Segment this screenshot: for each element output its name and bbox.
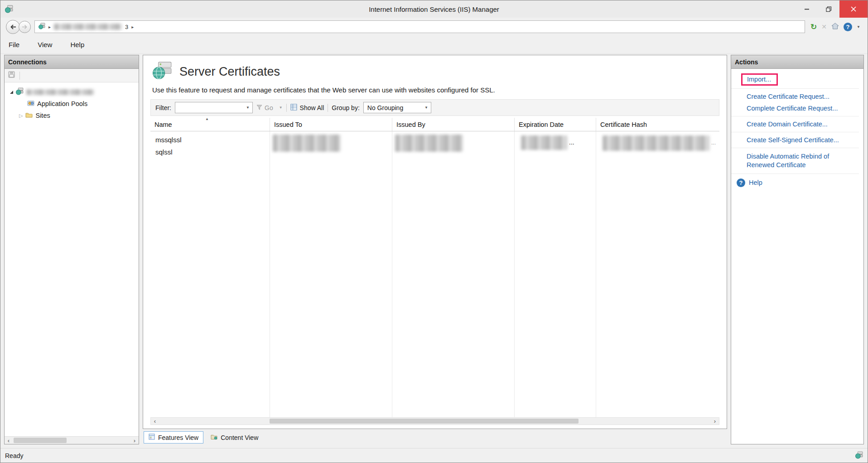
scrollbar-track[interactable] bbox=[159, 418, 711, 424]
column-expiration-date: ... bbox=[515, 131, 596, 417]
iis-app-icon bbox=[5, 5, 13, 13]
server-certificates-icon bbox=[152, 62, 172, 82]
minimize-button[interactable] bbox=[796, 0, 818, 18]
actions-separator bbox=[731, 148, 859, 148]
address-bar: ▸ 3 ▸ ↻ ✕ ? ▼ bbox=[0, 18, 868, 36]
status-text: Ready bbox=[5, 452, 23, 459]
menu-bar: File View Help bbox=[0, 36, 868, 54]
redacted-server-name bbox=[54, 24, 122, 30]
column-header-certificate-hash[interactable]: Certificate Hash bbox=[596, 118, 719, 131]
tree-item-label: Sites bbox=[35, 112, 50, 119]
show-all-icon bbox=[290, 104, 297, 112]
feature-header: Server Certificates bbox=[143, 55, 727, 83]
action-create-certificate-request-link[interactable]: Create Certificate Request... bbox=[731, 91, 863, 102]
column-header-issued-by[interactable]: Issued By bbox=[392, 118, 515, 131]
tab-content-view[interactable]: Content View bbox=[206, 431, 263, 444]
redacted-certificate-hash bbox=[603, 135, 709, 151]
help-icon[interactable]: ? bbox=[844, 23, 852, 31]
toolbar-separator bbox=[19, 72, 20, 80]
save-connection-icon[interactable] bbox=[8, 71, 15, 80]
expanded-triangle-icon[interactable] bbox=[10, 91, 13, 94]
filter-funnel-icon bbox=[256, 104, 262, 111]
column-issued-by bbox=[392, 131, 515, 417]
home-icon[interactable] bbox=[831, 23, 839, 31]
scrollbar-track[interactable] bbox=[13, 437, 130, 444]
column-header-name[interactable]: Name ▲ bbox=[150, 118, 270, 131]
scroll-right-arrow[interactable]: › bbox=[711, 417, 719, 425]
combo-caret-icon: ▼ bbox=[424, 106, 428, 110]
redacted-issued-by bbox=[395, 135, 463, 152]
breadcrumb[interactable]: ▸ 3 ▸ bbox=[34, 20, 805, 33]
column-header-issued-to[interactable]: Issued To bbox=[270, 118, 392, 131]
action-help-link[interactable]: Help bbox=[749, 179, 762, 186]
action-complete-certificate-request-link[interactable]: Complete Certificate Request... bbox=[731, 102, 863, 114]
actions-list: Import... Create Certificate Request... … bbox=[731, 69, 863, 444]
breadcrumb-suffix: 3 bbox=[125, 24, 128, 30]
help-icon: ? bbox=[737, 178, 745, 187]
truncation-ellipsis: ... bbox=[711, 140, 716, 146]
column-label: Issued By bbox=[396, 121, 425, 128]
window-controls bbox=[796, 0, 868, 18]
table-row-sqlssl[interactable]: sqlssl bbox=[150, 146, 270, 158]
scrollbar-thumb[interactable] bbox=[270, 419, 579, 424]
group-by-select[interactable]: No Grouping ▼ bbox=[363, 102, 431, 113]
group-by-value: No Grouping bbox=[367, 104, 403, 111]
sort-ascending-icon: ▲ bbox=[205, 117, 209, 121]
column-label: Certificate Hash bbox=[600, 121, 647, 128]
column-header-expiration-date[interactable]: Expiration Date bbox=[515, 118, 596, 131]
import-annotation-highlight: Import... bbox=[741, 73, 778, 86]
features-view-icon bbox=[149, 434, 155, 441]
filter-input[interactable]: ▼ bbox=[175, 102, 253, 113]
show-all-label: Show All bbox=[300, 104, 324, 111]
filter-toolbar: Filter: ▼ Go ▼ bbox=[150, 99, 719, 116]
actions-separator bbox=[731, 88, 859, 89]
scrollbar-thumb[interactable] bbox=[14, 438, 67, 443]
tree-item-application-pools[interactable]: Application Pools bbox=[6, 98, 137, 110]
go-button[interactable]: Go ▼ bbox=[256, 104, 283, 111]
actions-separator bbox=[731, 116, 859, 116]
show-all-button[interactable]: Show All bbox=[290, 104, 324, 112]
column-label: Name bbox=[154, 121, 172, 128]
menu-help[interactable]: Help bbox=[70, 41, 84, 48]
actions-panel: Actions Import... Create Certificate Req… bbox=[731, 55, 864, 444]
server-icon bbox=[39, 23, 45, 31]
tree-item-server-root[interactable] bbox=[6, 86, 137, 98]
redacted-expiration-date bbox=[521, 135, 567, 150]
content-area: Connections bbox=[0, 54, 868, 448]
action-create-domain-certificate-link[interactable]: Create Domain Certificate... bbox=[731, 118, 863, 130]
scroll-left-arrow[interactable]: ‹ bbox=[151, 417, 159, 425]
close-button[interactable] bbox=[839, 0, 868, 18]
help-dropdown-caret-icon[interactable]: ▼ bbox=[857, 25, 860, 29]
refresh-icon[interactable]: ↻ bbox=[810, 23, 817, 31]
iis-status-icon bbox=[855, 451, 863, 460]
column-name: mssqlssl sqlssl bbox=[150, 131, 270, 417]
column-issued-to bbox=[270, 131, 392, 417]
back-button[interactable] bbox=[6, 20, 20, 34]
title-bar: Internet Information Services (IIS) Mana… bbox=[0, 0, 868, 18]
combo-caret-icon: ▼ bbox=[246, 106, 250, 110]
tab-label: Features View bbox=[158, 434, 198, 441]
tab-features-view[interactable]: Features View bbox=[144, 431, 203, 444]
action-disable-automatic-rebind-link[interactable]: Disable Automatic Rebind of Renewed Cert… bbox=[731, 150, 842, 172]
navigation-buttons bbox=[6, 20, 31, 34]
menu-file[interactable]: File bbox=[9, 41, 19, 48]
tree-item-sites[interactable]: ▷ Sites bbox=[6, 110, 137, 121]
menu-view[interactable]: View bbox=[38, 41, 52, 48]
tab-label: Content View bbox=[221, 434, 258, 441]
action-help-item[interactable]: ? Help bbox=[731, 176, 863, 187]
redacted-server-name bbox=[26, 89, 94, 95]
restore-button[interactable] bbox=[818, 0, 839, 18]
action-create-self-signed-certificate-link[interactable]: Create Self-Signed Certificate... bbox=[731, 134, 863, 146]
actions-separator bbox=[731, 132, 859, 132]
column-label: Issued To bbox=[274, 121, 302, 128]
table-row-mssqlssl[interactable]: mssqlssl bbox=[150, 134, 270, 146]
feature-description: Use this feature to request and manage c… bbox=[143, 83, 727, 99]
scroll-right-arrow[interactable]: › bbox=[130, 437, 139, 444]
action-import-link[interactable]: Import... bbox=[747, 76, 771, 83]
redacted-issued-to bbox=[273, 135, 341, 152]
forward-button[interactable] bbox=[19, 21, 31, 33]
connections-toolbar bbox=[5, 69, 139, 82]
scroll-left-arrow[interactable]: ‹ bbox=[5, 437, 13, 444]
collapsed-triangle-icon[interactable]: ▷ bbox=[19, 113, 23, 119]
connections-tree: Application Pools ▷ Sites bbox=[5, 82, 139, 436]
